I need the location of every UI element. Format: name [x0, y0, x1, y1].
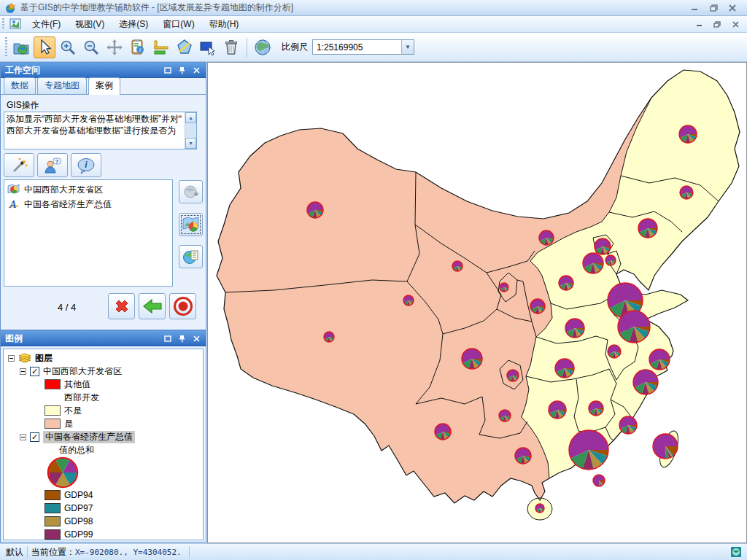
map-pie-button[interactable] — [179, 213, 203, 236]
instruction-scrollbar[interactable]: ▲ ▼ — [185, 112, 196, 149]
gdp-pie-fujian[interactable] — [619, 416, 637, 434]
globe-add-icon — [182, 183, 200, 201]
status-position-label: 当前位置： — [31, 546, 75, 559]
list-item[interactable]: 中国西部大开发省区 — [6, 182, 171, 197]
gdp-pie-hubei[interactable] — [555, 359, 574, 378]
delete-tool-button[interactable] — [220, 36, 242, 58]
gdp-pie-shanxi[interactable] — [559, 276, 573, 290]
workspace-pin-button[interactable] — [177, 66, 187, 75]
measure-area-tool-button[interactable] — [174, 36, 196, 58]
list-item[interactable]: A 中国各省经济生产总值 — [6, 197, 171, 211]
layer-checkbox[interactable]: ✓ — [30, 367, 39, 376]
gdp-pie-tianjin[interactable] — [605, 255, 616, 265]
maximize-button[interactable] — [708, 3, 719, 13]
expander-icon[interactable] — [20, 434, 26, 440]
menu-item-1[interactable]: 视图(V) — [68, 16, 112, 33]
mdi-minimize-button[interactable] — [693, 19, 705, 29]
gdp-pie-hainan[interactable] — [535, 504, 544, 513]
tab-1[interactable]: 专题地图 — [37, 77, 87, 94]
minimize-button[interactable] — [689, 3, 700, 13]
zoom-out-tool-button[interactable] — [80, 36, 102, 58]
gdp-pie-guangdong[interactable] — [569, 430, 608, 470]
gdp-pie-heilongjiang[interactable] — [679, 125, 697, 143]
gdp-pie-liaoning[interactable] — [638, 219, 657, 238]
expander-icon[interactable] — [20, 368, 26, 375]
menu-item-3[interactable]: 窗口(W) — [155, 16, 201, 33]
gdp-pie-hunan[interactable] — [549, 401, 566, 419]
legend-root-row[interactable]: 图层 — [4, 351, 203, 365]
stop-button[interactable] — [169, 293, 196, 319]
legend-field-label: 值的总和 — [59, 444, 94, 456]
menu-item-2[interactable]: 选择(S) — [112, 16, 155, 33]
map-view[interactable] — [207, 62, 747, 543]
helper-button[interactable]: ? — [37, 153, 68, 177]
gdp-pie-zhejiang[interactable] — [633, 370, 658, 394]
gdp-pie-gansu[interactable] — [452, 261, 462, 271]
back-button[interactable] — [139, 293, 166, 319]
select-arrow-tool-button[interactable] — [34, 36, 55, 58]
gdp-pie-xinjiang[interactable] — [307, 202, 323, 218]
gdp-pie-guizhou[interactable] — [499, 410, 511, 421]
legend-field-row: 值的总和 — [4, 443, 203, 456]
gdp-pie-yunnan[interactable] — [435, 424, 451, 440]
gdp-pie-taiwan[interactable] — [653, 434, 678, 459]
world-tool-button[interactable] — [252, 36, 274, 58]
gdp-pie-jiangxi[interactable] — [589, 401, 603, 416]
legend-layer-row-1[interactable]: ✓ 中国各省经济生产总值 — [4, 430, 203, 443]
workspace-float-button[interactable] — [163, 66, 172, 75]
legend-layer-row-0[interactable]: ✓ 中国西部大开发省区 — [4, 365, 203, 378]
gdp-pie-hongkong-macau[interactable] — [593, 475, 605, 486]
gdp-pie-ningxia[interactable] — [500, 283, 508, 292]
identify-tool-button[interactable]: i — [127, 36, 149, 58]
menubar-grip — [2, 18, 4, 29]
gdp-pie-henan[interactable] — [565, 319, 584, 338]
select-rectangle-tool-button[interactable] — [197, 36, 219, 58]
globe-add-button[interactable] — [179, 180, 203, 203]
gdp-pie-shaanxi[interactable] — [530, 299, 545, 314]
scale-dropdown-button[interactable]: ▼ — [401, 40, 414, 54]
layer-checkbox[interactable]: ✓ — [30, 432, 39, 442]
gdp-pie-tibet[interactable] — [324, 332, 334, 342]
info-button[interactable]: i — [71, 153, 101, 177]
scale-combobox[interactable]: 1:25169905 ▼ — [312, 39, 414, 55]
tab-0[interactable]: 数据 — [4, 77, 36, 94]
gdp-pie-hebei[interactable] — [583, 253, 603, 273]
gdp-pie-inner-mongolia[interactable] — [539, 230, 554, 245]
gdp-pie-beijing[interactable] — [595, 238, 611, 254]
legend-float-button[interactable] — [163, 334, 172, 343]
gdp-pie-shanghai[interactable] — [649, 349, 670, 370]
menu-item-0[interactable]: 文件(F) — [25, 16, 68, 33]
legend-close-button[interactable] — [192, 334, 201, 343]
delete-step-button[interactable] — [108, 293, 135, 319]
mdi-close-button[interactable] — [729, 19, 741, 29]
menu-item-4[interactable]: 帮助(H) — [202, 16, 247, 33]
wand-button[interactable] — [4, 153, 34, 177]
expander-icon[interactable] — [8, 355, 15, 362]
legend-entry: 不是 — [4, 404, 203, 417]
open-map-tool-button[interactable] — [10, 36, 32, 58]
svg-text:?: ? — [55, 158, 59, 165]
gdp-pie-guangxi[interactable] — [515, 448, 531, 464]
workspace-close-button[interactable] — [192, 66, 201, 75]
tab-2[interactable]: 案例 — [88, 77, 120, 95]
mdi-restore-button[interactable] — [711, 19, 723, 29]
svg-text:i: i — [139, 47, 141, 53]
zoom-in-tool-button[interactable] — [57, 36, 79, 58]
pan-tool-button[interactable] — [104, 36, 125, 58]
close-button[interactable] — [727, 3, 738, 13]
globe-doc-button[interactable] — [179, 245, 203, 268]
legend-layer-label[interactable]: 中国各省经济生产总值 — [43, 431, 135, 443]
gdp-pie-jiangsu[interactable] — [618, 311, 650, 343]
gdp-pie-anhui[interactable] — [608, 345, 621, 358]
legend-pin-button[interactable] — [177, 334, 187, 343]
gdp-pie-sichuan[interactable] — [462, 349, 482, 369]
layer-list[interactable]: 中国西部大开发省区 A 中国各省经济生产总值 — [4, 179, 173, 287]
gdp-pie-chongqing[interactable] — [507, 370, 519, 381]
scroll-down-icon[interactable]: ▼ — [185, 138, 196, 149]
scroll-up-icon[interactable]: ▲ — [185, 112, 196, 123]
gdp-pie-qinghai[interactable] — [403, 295, 414, 306]
gdp-pie-jilin[interactable] — [680, 186, 693, 199]
legend-layer-label[interactable]: 中国西部大开发省区 — [43, 365, 122, 378]
measure-tool-button[interactable] — [150, 36, 172, 58]
china-map[interactable] — [208, 63, 746, 542]
